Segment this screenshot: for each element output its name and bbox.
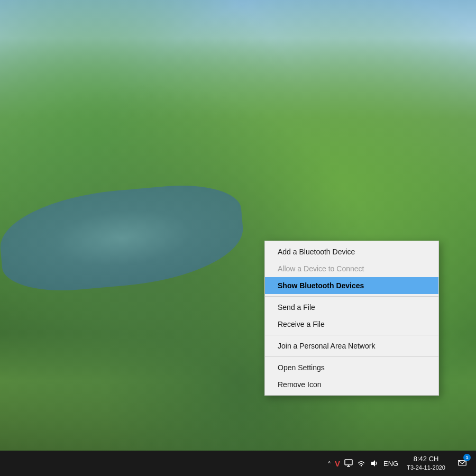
menu-join-pan[interactable]: Join a Personal Area Network (265, 337, 438, 354)
wifi-tray-icon[interactable] (355, 458, 368, 469)
clock-time: 8:42 CH (414, 455, 439, 464)
language-indicator[interactable]: ENG (380, 460, 401, 468)
notification-badge: 1 (463, 454, 471, 461)
notification-center-button[interactable]: 1 (451, 451, 474, 476)
menu-separator-2 (265, 335, 438, 335)
clock-date: T3-24-11-2020 (407, 464, 445, 471)
menu-add-bluetooth[interactable]: Add a Bluetooth Device (265, 243, 438, 260)
menu-separator-1 (265, 296, 438, 297)
menu-allow-connect: Allow a Device to Connect (265, 260, 438, 277)
taskbar: ^ V (0, 451, 476, 476)
svg-marker-4 (371, 460, 375, 466)
system-tray: ^ V (326, 451, 476, 476)
volume-tray-icon[interactable] (368, 458, 380, 469)
menu-remove-icon[interactable]: Remove Icon (265, 376, 438, 393)
monitor-tray-icon[interactable] (342, 458, 355, 469)
menu-receive-file[interactable]: Receive a File (265, 316, 438, 333)
menu-show-devices[interactable]: Show Bluetooth Devices (265, 277, 438, 294)
svg-rect-0 (345, 460, 352, 465)
tray-overflow-button[interactable]: ^ (326, 461, 333, 466)
menu-send-file[interactable]: Send a File (265, 299, 438, 316)
vivaldi-tray-icon[interactable]: V (333, 458, 342, 469)
menu-separator-3 (265, 356, 438, 357)
svg-point-3 (361, 465, 362, 466)
bluetooth-context-menu: Add a Bluetooth Device Allow a Device to… (264, 241, 439, 396)
system-clock[interactable]: 8:42 CH T3-24-11-2020 (401, 451, 451, 476)
water-reflection (0, 180, 247, 296)
desktop-background (0, 0, 476, 476)
menu-open-settings[interactable]: Open Settings (265, 359, 438, 376)
